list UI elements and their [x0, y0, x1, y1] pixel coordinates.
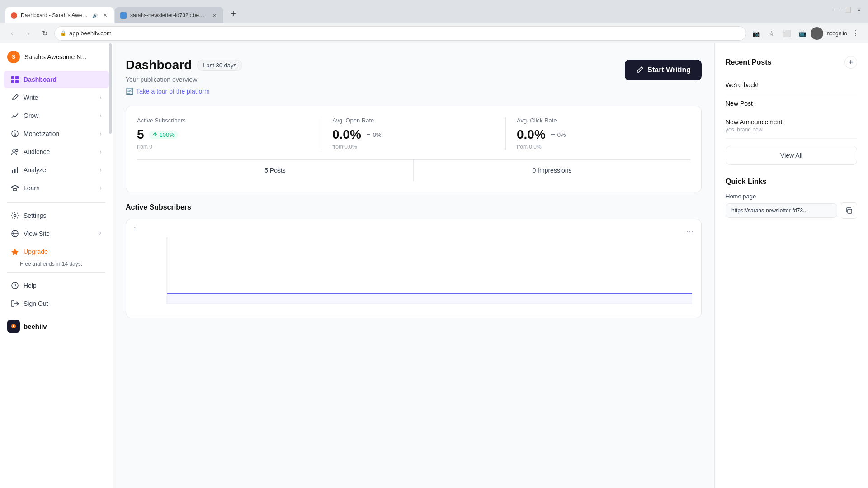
new-tab-button[interactable]: +	[226, 6, 241, 21]
tab1-audio-icon[interactable]: 🔊	[92, 13, 98, 18]
view-all-button[interactable]: View All	[726, 146, 857, 165]
sidebar-item-upgrade[interactable]: Upgrade	[4, 243, 109, 260]
profile-avatar[interactable]	[811, 27, 823, 40]
period-badge[interactable]: Last 30 days	[197, 60, 242, 71]
tab1-close-icon[interactable]: ✕	[101, 12, 108, 19]
minimize-icon[interactable]: —	[834, 6, 841, 14]
click-change-value: 0%	[557, 131, 566, 138]
stat-open-change: 0%	[366, 131, 382, 138]
quick-links-section: Quick Links Home page https://sarahs-new…	[726, 178, 857, 219]
analyze-chevron-icon: ›	[100, 167, 102, 173]
cast-icon-btn[interactable]: 📺	[795, 27, 809, 40]
stat-avg-open-rate: Avg. Open Rate 0.0% 0% from 0.0%	[321, 117, 506, 150]
post-2-title: New Post	[726, 100, 857, 107]
stat-click-from: from 0.0%	[517, 144, 690, 150]
pencil-icon	[636, 66, 644, 74]
sidebar-item-signout[interactable]: Sign Out	[4, 295, 109, 312]
stat-subscribers-from: from 0	[137, 144, 310, 150]
post-item-1[interactable]: We're back!	[726, 76, 857, 94]
posts-count: 5 Posts	[264, 167, 286, 174]
extension-icon-btn[interactable]: ⬜	[780, 27, 793, 40]
svg-rect-3	[15, 80, 19, 83]
svg-rect-24	[848, 209, 852, 213]
sidebar-item-monetization[interactable]: $ Monetization ›	[4, 125, 109, 142]
chart-menu-btn[interactable]: ⋯	[686, 226, 694, 236]
stat-open-label: Avg. Open Rate	[332, 117, 495, 124]
signout-icon	[11, 300, 19, 308]
svg-rect-8	[12, 170, 13, 173]
scroll-indicator[interactable]	[109, 43, 112, 134]
chart-card: 1 ⋯	[126, 219, 702, 318]
browser-chrome: Dashboard - Sarah's Aweso... 🔊 ✕ sarahs-…	[0, 0, 868, 23]
tab2-close-icon[interactable]: ✕	[211, 12, 218, 19]
signout-label: Sign Out	[24, 300, 48, 307]
settings-icon	[11, 211, 19, 220]
subscribers-change-value: 100%	[160, 131, 175, 138]
browser-toolbar: ‹ › ↻ 🔒 app.beehiiv.com 📷 ☆ ⬜ 📺 Incognit…	[0, 23, 868, 43]
dash-icon-open	[366, 132, 371, 137]
beehiiv-logo: beehiiv	[0, 313, 113, 338]
tour-link-text: Take a tour of the platform	[136, 88, 210, 95]
close-window-icon[interactable]: ✕	[855, 6, 863, 14]
view-site-icon	[11, 230, 19, 238]
address-bar[interactable]: 🔒 app.beehiiv.com	[54, 26, 746, 41]
main-right-panel: Recent Posts + We're back! New Post New …	[714, 43, 868, 488]
dashboard-header: Dashboard Last 30 days Your publication …	[126, 58, 702, 106]
tour-link[interactable]: 🔄 Take a tour of the platform	[126, 88, 242, 95]
analyze-icon	[11, 166, 19, 174]
sidebar-learn-label: Learn	[24, 184, 95, 192]
stat-avg-click-rate: Avg. Click Rate 0.0% 0% from 0.0%	[506, 117, 690, 150]
menu-icon-btn[interactable]: ⋮	[849, 27, 863, 40]
sidebar-item-view-site[interactable]: View Site ↗	[4, 225, 109, 242]
external-link-icon: ↗	[98, 231, 102, 237]
refresh-button[interactable]: ↻	[38, 27, 52, 40]
tab2-favicon	[120, 12, 127, 19]
post-item-2[interactable]: New Post	[726, 94, 857, 113]
start-writing-button[interactable]: Start Writing	[625, 60, 702, 80]
trial-info: Free trial ends in 14 days.	[0, 261, 113, 269]
sidebar-item-write[interactable]: Write ›	[4, 89, 109, 106]
stat-active-subscribers: Active Subscribers 5 100% from 0	[137, 117, 321, 150]
browser-tab-1[interactable]: Dashboard - Sarah's Aweso... 🔊 ✕	[5, 7, 114, 23]
monetization-chevron-icon: ›	[100, 131, 102, 136]
camera-icon-btn[interactable]: 📷	[749, 27, 763, 40]
recent-posts-header: Recent Posts +	[726, 56, 857, 69]
sidebar-item-settings[interactable]: Settings	[4, 207, 109, 224]
browser-tab-2[interactable]: sarahs-newsletter-fd732b.beehi... ✕	[115, 7, 223, 23]
start-writing-label: Start Writing	[647, 66, 691, 74]
publication-subtitle: Your publication overview	[126, 76, 242, 83]
toolbar-actions: 📷 ☆ ⬜ 📺 Incognito ⋮	[749, 27, 863, 40]
pub-avatar: S	[7, 51, 20, 63]
open-change-value: 0%	[373, 131, 382, 138]
dashboard-title-row: Dashboard Last 30 days	[126, 58, 242, 72]
copy-url-button[interactable]	[841, 202, 857, 219]
chart-section-title: Active Subscribers	[126, 203, 702, 211]
sidebar-monetization-label: Monetization	[24, 130, 95, 137]
home-page-url-display: https://sarahs-newsletter-fd73...	[726, 203, 837, 218]
forward-button[interactable]: ›	[22, 27, 35, 40]
restore-icon[interactable]: ⬜	[844, 6, 852, 14]
sidebar-item-audience[interactable]: Audience ›	[4, 143, 109, 160]
sidebar-item-dashboard[interactable]: Dashboard	[4, 71, 109, 88]
back-button[interactable]: ‹	[5, 27, 19, 40]
sidebar-item-analyze[interactable]: Analyze ›	[4, 161, 109, 178]
svg-marker-13	[11, 249, 19, 255]
sidebar-item-grow[interactable]: Grow ›	[4, 107, 109, 124]
sidebar-item-learn[interactable]: Learn ›	[4, 179, 109, 197]
chart-section: Active Subscribers 1 ⋯	[126, 203, 702, 318]
grow-icon	[11, 112, 19, 120]
dash-icon-click	[550, 132, 556, 137]
stat-open-value: 0.0%	[332, 127, 361, 142]
post-item-3[interactable]: New Announcement yes, brand new	[726, 113, 857, 139]
tab1-favicon	[11, 12, 17, 19]
star-icon-btn[interactable]: ☆	[764, 27, 778, 40]
sidebar-item-help[interactable]: ? Help	[4, 277, 109, 294]
stat-subscribers-value-row: 5 100%	[137, 127, 310, 142]
post-1-title: We're back!	[726, 81, 857, 89]
refresh-tour-icon: 🔄	[126, 88, 133, 95]
svg-rect-10	[17, 167, 18, 173]
audience-chevron-icon: ›	[100, 149, 102, 155]
add-post-button[interactable]: +	[844, 56, 857, 69]
incognito-label: Incognito	[825, 30, 847, 37]
arrow-up-icon	[152, 132, 158, 137]
